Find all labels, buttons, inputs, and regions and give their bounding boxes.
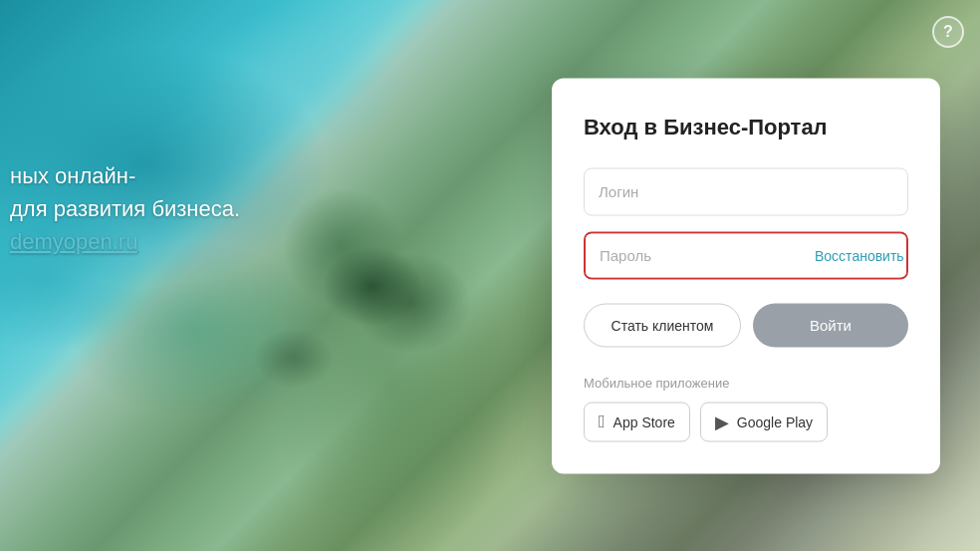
app-store-button[interactable]:  App Store bbox=[584, 402, 690, 441]
login-input[interactable] bbox=[584, 167, 908, 215]
app-store-label: App Store bbox=[613, 413, 675, 429]
apple-icon:  bbox=[599, 412, 606, 432]
password-group: Восстановить 👁 bbox=[584, 231, 908, 279]
play-icon: ▶ bbox=[715, 411, 729, 432]
action-row: Стать клиентом Войти bbox=[584, 303, 908, 347]
restore-label: Восстановить bbox=[815, 247, 904, 263]
login-button[interactable]: Войти bbox=[753, 303, 908, 347]
left-text-link[interactable]: demyopen.ru bbox=[10, 225, 240, 258]
help-icon: ? bbox=[943, 23, 953, 41]
left-text-line1: ных онлайн- bbox=[10, 159, 240, 192]
login-input-group bbox=[584, 167, 908, 215]
mobile-section: Мобильное приложение  App Store ▶ Googl… bbox=[584, 375, 908, 441]
help-button[interactable]: ? bbox=[932, 16, 964, 48]
card-title: Вход в Бизнес-Портал bbox=[584, 114, 908, 139]
left-text-line2: для развития бизнеса. bbox=[10, 192, 240, 225]
store-buttons:  App Store ▶ Google Play bbox=[584, 402, 908, 441]
google-play-label: Google Play bbox=[737, 413, 813, 429]
password-input[interactable] bbox=[586, 233, 803, 277]
google-play-button[interactable]: ▶ Google Play bbox=[700, 402, 828, 441]
become-client-button[interactable]: Стать клиентом bbox=[584, 303, 741, 347]
mobile-label: Мобильное приложение bbox=[584, 375, 908, 390]
login-card: Вход в Бизнес-Портал Восстановить 👁 Стат… bbox=[552, 78, 940, 473]
left-text-block: ных онлайн- для развития бизнеса. demyop… bbox=[10, 159, 240, 258]
password-input-wrapper: Восстановить 👁 bbox=[584, 231, 908, 279]
restore-button[interactable]: Восстановить 👁 bbox=[803, 233, 908, 277]
